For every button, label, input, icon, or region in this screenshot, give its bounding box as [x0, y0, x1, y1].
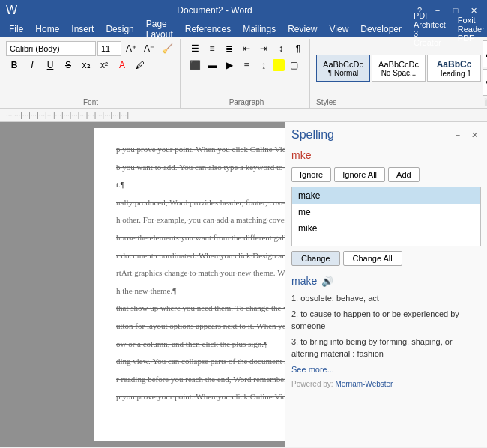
ribbon: A⁺ A⁻ 🧹 B I U S x₂ x² A 🖊 Font ☰ ≡ ≣	[0, 37, 487, 109]
spelling-header: Spelling − ✕	[291, 128, 481, 142]
para-row2: ⬛ ▬ ▶ ≡ ↨ ▢	[187, 57, 306, 73]
spelling-panel: Spelling − ✕ mke Ignore Ignore All Add m…	[285, 122, 487, 447]
styles-scroll-down[interactable]: ▼	[483, 69, 487, 96]
styles-boxes: AaBbCcDc ¶ Normal AaBbCcDc No Spac... Aa…	[316, 40, 487, 96]
styles-scroll-arrows: ▲ ▼	[483, 40, 487, 96]
grow-font-button[interactable]: A⁺	[123, 40, 139, 57]
multilevel-button[interactable]: ≣	[221, 40, 238, 57]
indent-increase-button[interactable]: ⇥	[255, 40, 272, 57]
superscript-button[interactable]: x²	[96, 57, 112, 73]
ribbon-content: A⁺ A⁻ 🧹 B I U S x₂ x² A 🖊 Font ☰ ≡ ≣	[0, 37, 487, 108]
font-label: Font	[6, 98, 175, 106]
styles-group: AaBbCcDc ¶ Normal AaBbCcDc No Spac... Aa…	[313, 39, 487, 108]
definition-item-1: 1. obsolete: behave, act	[291, 292, 481, 305]
italic-button[interactable]: I	[24, 57, 40, 73]
spelling-close-buttons: − ✕	[451, 128, 481, 142]
menu-page-layout[interactable]: Page Layout	[140, 21, 179, 37]
menu-bar: File Home Insert Design Page Layout Refe…	[0, 21, 487, 37]
menu-pdf-architect[interactable]: PDF Architect 3 Creator	[408, 21, 452, 37]
menu-design[interactable]: Design	[100, 21, 139, 37]
show-marks-button[interactable]: ¶	[290, 40, 306, 57]
menu-view[interactable]: View	[324, 21, 355, 37]
menu-references[interactable]: References	[179, 21, 237, 37]
spelling-close-button[interactable]: ✕	[468, 128, 481, 142]
paragraph-label: Paragraph	[187, 98, 306, 106]
spelling-title: Spelling	[291, 128, 334, 142]
menu-home[interactable]: Home	[29, 21, 65, 37]
subscript-button[interactable]: x₂	[78, 57, 94, 73]
menu-foxit[interactable]: Foxit Reader PDF	[452, 21, 487, 37]
align-left-button[interactable]: ⬛	[187, 57, 203, 73]
menu-review[interactable]: Review	[282, 21, 323, 37]
spelling-collapse-button[interactable]: −	[451, 128, 465, 142]
align-right-button[interactable]: ▶	[221, 57, 238, 73]
numbering-button[interactable]: ≡	[204, 40, 220, 57]
line-spacing-button[interactable]: ↨	[255, 57, 272, 73]
ignore-all-button[interactable]: Ignore All	[334, 167, 385, 182]
font-size-input[interactable]	[97, 41, 121, 56]
speaker-icon[interactable]: 🔊	[321, 274, 333, 289]
style-nospace[interactable]: AaBbCcDc No Spac...	[372, 55, 426, 82]
font-row1: A⁺ A⁻ 🧹	[6, 40, 175, 57]
see-more-link[interactable]: See more...	[291, 365, 334, 374]
menu-mailings[interactable]: Mailings	[237, 21, 282, 37]
styles-label: Styles	[316, 98, 336, 106]
definition-item-3: 3. to bring into being by forming, shapi…	[291, 336, 481, 360]
strikethrough-button[interactable]: S	[60, 57, 76, 73]
highlight-button[interactable]: 🖊	[132, 57, 148, 73]
ignore-button[interactable]: Ignore	[291, 167, 331, 182]
suggestion-mike[interactable]: mike	[292, 220, 480, 237]
change-all-button[interactable]: Change All	[343, 251, 402, 266]
style-heading1[interactable]: AaBbCc Heading 1	[427, 55, 481, 82]
ruler: ···|···|···|···|···|···|···|···|···|···|…	[0, 109, 487, 122]
menu-developer[interactable]: Developer	[354, 21, 408, 37]
underline-button[interactable]: U	[42, 57, 58, 73]
bullets-button[interactable]: ☰	[187, 40, 203, 57]
ruler-content: ···|···|···|···|···|···|···|···|···|···|…	[6, 111, 129, 119]
bold-button[interactable]: B	[6, 57, 22, 73]
change-button[interactable]: Change	[291, 251, 340, 266]
shading-button[interactable]	[273, 59, 285, 71]
see-more-row: See more...	[291, 363, 481, 376]
misspelled-word: mke	[291, 149, 481, 161]
definition-word-row: make 🔊	[291, 273, 481, 289]
definition-area: make 🔊 1. obsolete: behave, act 2. to ca…	[291, 273, 481, 390]
powered-by: Powered by: Merriam-Webster	[291, 378, 481, 390]
add-button[interactable]: Add	[388, 167, 420, 182]
font-color-button[interactable]: A	[114, 57, 130, 73]
definition-word: make	[291, 273, 317, 289]
word-icon: W	[6, 4, 17, 17]
align-center-button[interactable]: ▬	[204, 57, 220, 73]
suggestions-list: make me mike	[291, 187, 481, 246]
change-buttons: Change Change All	[291, 251, 481, 266]
window-title: Document2 - Word	[17, 5, 412, 16]
styles-bottom: Styles ⬜	[316, 98, 487, 106]
justify-button[interactable]: ≡	[238, 57, 255, 73]
para-row1: ☰ ≡ ≣ ⇤ ⇥ ↕ ¶	[187, 40, 306, 57]
sort-button[interactable]: ↕	[273, 40, 289, 57]
paragraph-group: ☰ ≡ ≣ ⇤ ⇥ ↕ ¶ ⬛ ▬ ▶ ≡ ↨ ▢ Paragraph	[184, 39, 310, 108]
clear-format-button[interactable]: 🧹	[159, 40, 175, 57]
shrink-font-button[interactable]: A⁻	[141, 40, 157, 57]
borders-button[interactable]: ▢	[285, 57, 302, 73]
suggestion-me[interactable]: me	[292, 204, 480, 220]
indent-decrease-button[interactable]: ⇤	[238, 40, 255, 57]
definition-item-2: 2. to cause to happen to or be experienc…	[291, 308, 481, 333]
font-group: A⁺ A⁻ 🧹 B I U S x₂ x² A 🖊 Font	[1, 39, 181, 108]
style-normal[interactable]: AaBbCcDc ¶ Normal	[316, 55, 370, 82]
action-buttons: Ignore Ignore All Add	[291, 167, 481, 182]
font-name-input[interactable]	[6, 41, 96, 56]
menu-insert[interactable]: Insert	[65, 21, 100, 37]
font-row2: B I U S x₂ x² A 🖊	[6, 57, 175, 73]
main-area: p·you·prove·your·point.·When·you·click·O…	[0, 122, 487, 447]
styles-scroll-up[interactable]: ▲	[483, 40, 487, 67]
menu-file[interactable]: File	[3, 21, 29, 37]
merriam-webster-link[interactable]: Merriam-Webster	[335, 380, 393, 388]
suggestion-make[interactable]: make	[292, 187, 480, 204]
styles-expand-icon[interactable]: ⬜	[484, 98, 487, 106]
